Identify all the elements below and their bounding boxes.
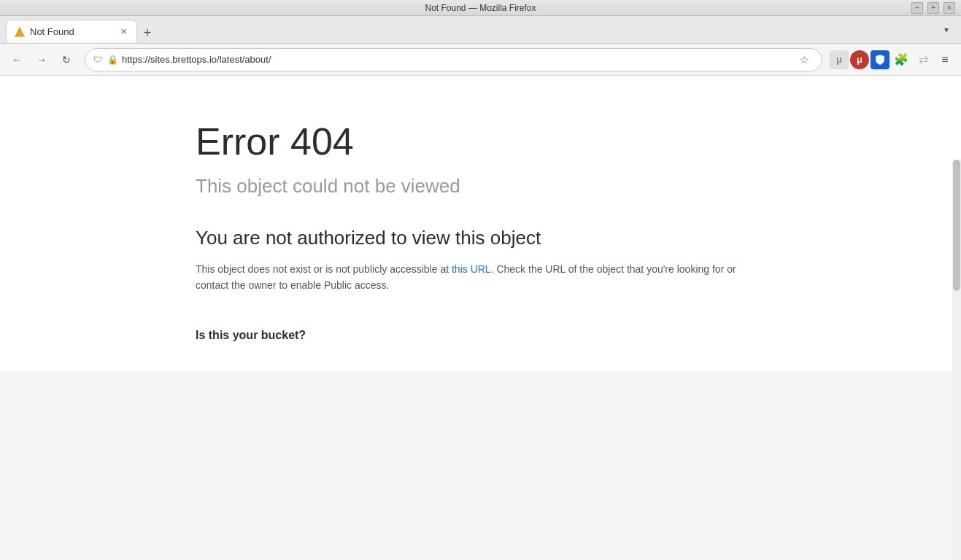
error-subtitle: This object could not be viewed: [196, 175, 961, 198]
tab-list-chevron[interactable]: ▾: [938, 21, 955, 39]
star-icon: ☆: [800, 54, 809, 66]
reload-button[interactable]: ↻: [55, 49, 77, 71]
auth-description: This object does not exist or is not pub…: [196, 261, 757, 294]
tab-favicon: [14, 26, 26, 38]
umatrix-icon[interactable]: μ: [830, 50, 849, 69]
address-bar-container: 🛡 🔒 ☆: [85, 48, 822, 71]
ublock-button[interactable]: μ: [850, 50, 869, 69]
address-input[interactable]: [122, 54, 790, 65]
forward-icon: →: [36, 54, 47, 66]
menu-button[interactable]: ≡: [935, 50, 955, 70]
this-url-link[interactable]: this URL: [452, 263, 491, 275]
tab-bar: Not Found ✕ + ▾: [0, 16, 961, 44]
bitwarden-button[interactable]: [871, 50, 889, 69]
reload-icon: ↻: [62, 54, 71, 66]
scrollbar-track[interactable]: [952, 160, 961, 560]
auth-desc-text1: This object does not exist or is not pub…: [196, 263, 452, 275]
tab-close-button[interactable]: ✕: [117, 26, 129, 38]
maximize-button[interactable]: +: [927, 2, 939, 14]
favicon-icon: [15, 27, 25, 37]
hamburger-icon: ≡: [941, 53, 948, 66]
lock-icon: 🔒: [107, 55, 117, 65]
tab-bar-extra: ▾: [938, 21, 955, 39]
os-title: Not Found — Mozilla Firefox: [425, 3, 536, 13]
active-tab[interactable]: Not Found ✕: [6, 20, 137, 43]
browser-window: Not Found ✕ + ▾ ← → ↻ 🛡 🔒 ☆ μ: [0, 16, 961, 560]
auth-heading: You are not authorized to view this obje…: [196, 227, 961, 249]
back-icon: ←: [12, 54, 22, 66]
back-button[interactable]: ←: [6, 49, 28, 71]
error-code-heading: Error 404: [196, 120, 961, 163]
browser-body: Error 404 This object could not be viewe…: [0, 76, 961, 560]
nav-toolbar: μ μ 🧩 ⇄ ≡: [830, 50, 955, 70]
forward-button[interactable]: →: [31, 49, 53, 71]
close-button[interactable]: ×: [943, 2, 955, 14]
page-content: Error 404 This object could not be viewe…: [0, 76, 961, 371]
tab-label: Not Found: [30, 26, 113, 37]
scrollbar-thumb[interactable]: [953, 160, 960, 291]
minimize-button[interactable]: −: [911, 2, 923, 14]
os-titlebar: Not Found — Mozilla Firefox − + ×: [0, 0, 961, 16]
sync-button[interactable]: ⇄: [913, 50, 933, 70]
new-tab-button[interactable]: +: [137, 23, 158, 43]
extensions-button[interactable]: 🧩: [891, 50, 911, 70]
bookmark-star-button[interactable]: ☆: [794, 50, 814, 70]
bucket-heading: Is this your bucket?: [196, 329, 961, 342]
tracking-protection-icon: 🛡: [93, 55, 103, 65]
os-window-controls: − + ×: [911, 2, 955, 14]
nav-bar: ← → ↻ 🛡 🔒 ☆ μ μ: [0, 44, 961, 76]
